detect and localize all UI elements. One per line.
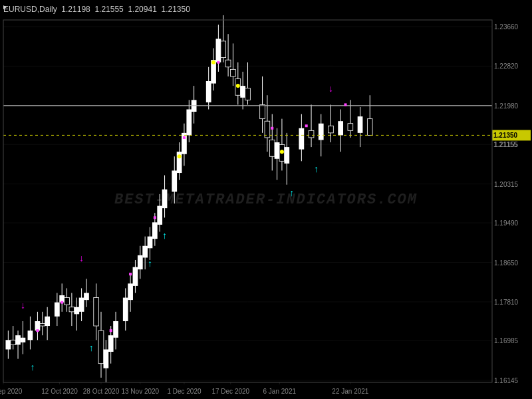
chart-container: BEST-METATRADER-INDICATORS.COM <box>0 0 532 399</box>
price-chart <box>0 0 532 399</box>
